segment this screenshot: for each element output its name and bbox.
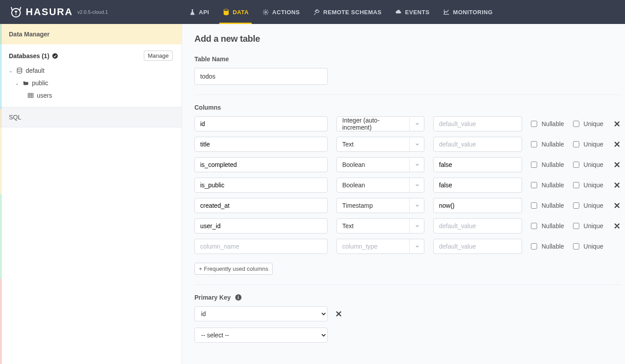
- column-name-input[interactable]: [194, 178, 328, 193]
- unique-checkbox-wrap[interactable]: Unique: [573, 120, 603, 127]
- primary-key-row: id: [194, 306, 622, 321]
- column-name-input[interactable]: [194, 157, 328, 172]
- unique-checkbox-wrap[interactable]: Unique: [573, 243, 603, 250]
- nav-data[interactable]: DATA: [216, 0, 255, 24]
- tree-db[interactable]: ⌄ default: [9, 64, 176, 77]
- nullable-checkbox[interactable]: [531, 243, 537, 249]
- unique-label: Unique: [584, 182, 603, 189]
- unique-checkbox[interactable]: [573, 243, 579, 249]
- database-icon: [16, 67, 23, 74]
- unique-label: Unique: [584, 222, 603, 229]
- unique-checkbox[interactable]: [573, 121, 579, 127]
- column-name-input[interactable]: [194, 116, 328, 131]
- primary-key-select[interactable]: -- select --: [194, 328, 328, 343]
- unique-label: Unique: [584, 120, 603, 127]
- nav-api[interactable]: API: [182, 0, 216, 24]
- caret-down-icon: ⌄: [15, 81, 20, 86]
- column-default-input[interactable]: [433, 157, 522, 172]
- unique-checkbox-wrap[interactable]: Unique: [573, 161, 603, 168]
- unique-checkbox[interactable]: [573, 141, 579, 147]
- manage-button[interactable]: Manage: [144, 51, 173, 61]
- unique-label: Unique: [584, 161, 603, 168]
- unique-checkbox-wrap[interactable]: Unique: [573, 141, 603, 148]
- nullable-checkbox[interactable]: [531, 223, 537, 229]
- nullable-checkbox-wrap[interactable]: Nullable: [531, 120, 564, 127]
- nullable-label: Nullable: [542, 222, 564, 229]
- unique-label: Unique: [584, 243, 603, 250]
- column-default-input[interactable]: [433, 198, 522, 213]
- nullable-label: Nullable: [542, 120, 564, 127]
- column-type-select[interactable]: column_type: [336, 239, 424, 254]
- unique-checkbox-wrap[interactable]: Unique: [573, 222, 603, 229]
- sidebar-sql[interactable]: SQL: [0, 107, 182, 127]
- databases-header: Databases (1) Manage: [0, 44, 182, 63]
- column-name-input[interactable]: [194, 239, 328, 254]
- remove-column-icon[interactable]: [612, 223, 622, 229]
- plug-icon: [313, 8, 320, 16]
- column-default-input[interactable]: [433, 137, 522, 152]
- tree-db-label: default: [26, 67, 44, 74]
- tree-schema[interactable]: ⌄ public: [9, 77, 176, 89]
- nullable-checkbox[interactable]: [531, 182, 537, 188]
- table-name-input[interactable]: [194, 68, 328, 85]
- column-type-select[interactable]: Integer (auto-increment): [336, 116, 424, 131]
- column-type-select[interactable]: Boolean: [336, 157, 424, 172]
- primary-key-select[interactable]: id: [194, 306, 328, 321]
- nullable-checkbox-wrap[interactable]: Nullable: [531, 202, 564, 209]
- column-type-select[interactable]: Text: [336, 218, 424, 233]
- nullable-checkbox-wrap[interactable]: Nullable: [531, 161, 564, 168]
- remove-pk-icon[interactable]: [334, 311, 344, 317]
- nullable-checkbox-wrap[interactable]: Nullable: [531, 141, 564, 148]
- unique-checkbox-wrap[interactable]: Unique: [573, 182, 603, 189]
- nullable-checkbox[interactable]: [531, 141, 537, 147]
- nav-label: API: [199, 9, 209, 16]
- remove-column-icon[interactable]: [612, 182, 622, 188]
- remove-column-icon[interactable]: [612, 121, 622, 127]
- nullable-checkbox[interactable]: [531, 162, 537, 168]
- column-type-select[interactable]: Text: [336, 137, 424, 152]
- tree-table-users[interactable]: users: [9, 89, 176, 102]
- column-name-input[interactable]: [194, 137, 328, 152]
- nav-remote-schemas[interactable]: REMOTE SCHEMAS: [306, 0, 388, 24]
- unique-checkbox[interactable]: [573, 202, 579, 209]
- svg-line-10: [267, 13, 268, 14]
- remove-column-icon[interactable]: [612, 162, 622, 168]
- remove-column-icon[interactable]: [612, 141, 622, 147]
- nav-label: EVENTS: [405, 9, 430, 16]
- column-type-select[interactable]: Boolean: [336, 178, 424, 193]
- unique-checkbox[interactable]: [573, 182, 579, 188]
- nav-events[interactable]: EVENTS: [388, 0, 436, 24]
- nullable-checkbox-wrap[interactable]: Nullable: [531, 222, 564, 229]
- column-name-input[interactable]: [194, 218, 328, 233]
- nullable-checkbox[interactable]: [531, 121, 537, 127]
- sidebar-title: Data Manager: [0, 24, 182, 44]
- logo[interactable]: HASURA: [10, 6, 73, 18]
- caret-down-icon: ⌄: [9, 68, 13, 73]
- nullable-checkbox[interactable]: [531, 202, 537, 209]
- table-name-section: Table Name: [194, 55, 622, 95]
- main-content: Add a new table Table Name Columns Integ…: [182, 24, 625, 364]
- column-default-input[interactable]: [433, 116, 522, 131]
- frequently-used-columns-button[interactable]: + Frequently used columns: [194, 263, 273, 275]
- tree-schema-label: public: [32, 79, 48, 87]
- nav-monitoring[interactable]: MONITORING: [436, 0, 499, 24]
- column-row: Integer (auto-increment) Nullable Unique: [194, 116, 622, 131]
- column-type-select[interactable]: Timestamp: [336, 198, 424, 213]
- info-icon[interactable]: i: [235, 294, 241, 301]
- remove-column-icon[interactable]: [612, 202, 622, 209]
- nav-actions[interactable]: ACTIONS: [255, 0, 306, 24]
- nav-label: DATA: [233, 9, 249, 16]
- primary-key-row: -- select --: [194, 328, 622, 343]
- unique-checkbox[interactable]: [573, 223, 579, 229]
- svg-point-4: [265, 11, 266, 13]
- nullable-label: Nullable: [542, 161, 564, 168]
- nullable-checkbox-wrap[interactable]: Nullable: [531, 243, 564, 250]
- column-default-input[interactable]: [433, 178, 522, 193]
- column-default-input[interactable]: [433, 218, 522, 233]
- column-default-input[interactable]: [433, 239, 522, 254]
- nullable-checkbox-wrap[interactable]: Nullable: [531, 182, 564, 189]
- unique-checkbox-wrap[interactable]: Unique: [573, 202, 603, 209]
- column-name-input[interactable]: [194, 198, 328, 213]
- sidebar: Data Manager Databases (1) Manage ⌄ defa…: [0, 24, 182, 364]
- unique-checkbox[interactable]: [573, 162, 579, 168]
